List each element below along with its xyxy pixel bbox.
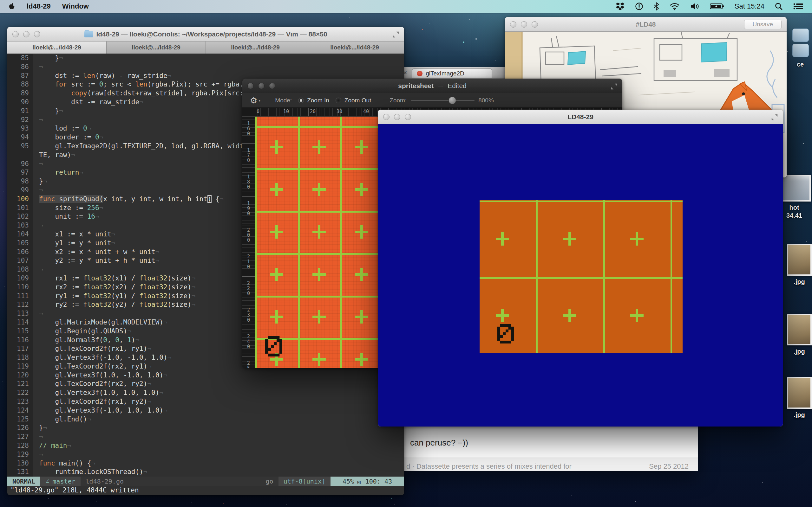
terminal-tab[interactable]: lloeki@.../ld48-29 xyxy=(7,42,107,54)
vim-line: 122 gl.Vertex3f(1.0, 1.0, 1.0)¬ xyxy=(7,389,404,397)
vim-line: 125 gl.End()¬ xyxy=(7,415,404,424)
minimize-button[interactable] xyxy=(23,31,30,38)
vim-mode: NORMAL xyxy=(7,476,40,486)
stack-icon xyxy=(791,28,809,58)
line-number-glyph: NL xyxy=(357,480,362,485)
zoom-out-radio[interactable]: Zoom Out xyxy=(336,97,371,104)
ruler-label: 20 xyxy=(310,109,316,114)
game-titlebar[interactable]: LD48-29 xyxy=(378,110,783,124)
close-button[interactable] xyxy=(247,83,254,89)
folder-icon xyxy=(84,31,93,38)
icon-label: .jpg xyxy=(794,411,805,419)
spritesheet-titlebar[interactable]: spritesheet — Edited xyxy=(242,78,622,93)
ruler-label: 10 xyxy=(283,109,289,114)
vim-filename: ld48-29.go xyxy=(81,476,129,486)
close-button[interactable] xyxy=(510,21,516,27)
bluetooth-icon[interactable] xyxy=(653,2,659,10)
ruler-label: 2 1 0 xyxy=(242,254,255,269)
vim-line: 131 runtime.LockOSThread()¬ xyxy=(7,468,404,476)
traffic-lights xyxy=(510,21,538,27)
terminal-titlebar[interactable]: ld48-29 — lloeki@Coriolis: ~/Workspace/p… xyxy=(7,27,404,42)
fullscreen-icon[interactable] xyxy=(771,113,778,121)
terminal-tab[interactable]: lloeki@.../ld48-29 xyxy=(107,42,206,54)
zoom-button[interactable] xyxy=(269,83,275,89)
browser-tab[interactable]: glTexImage2D xyxy=(412,68,492,78)
terminal-tab[interactable]: lloeki@.../ld48-29 xyxy=(206,42,305,54)
minimize-button[interactable] xyxy=(521,21,527,27)
zoom-slider[interactable] xyxy=(411,96,474,105)
zoom-button[interactable] xyxy=(405,114,411,120)
close-button[interactable] xyxy=(383,114,390,120)
ruler-label: 2 2 0 xyxy=(242,281,255,296)
notification-center-icon[interactable] xyxy=(793,2,804,10)
unsave-button[interactable]: Unsave xyxy=(744,20,781,29)
radio-icon xyxy=(336,98,341,103)
desktop-icon[interactable]: .jpg xyxy=(785,314,812,355)
vim-line: 120 gl.Vertex3f(1.0, -1.0, 1.0)¬ xyxy=(7,371,404,380)
terminal-title: ld48-29 — lloeki@Coriolis: ~/Workspace/p… xyxy=(96,31,327,38)
track-description: d · Datassette presents a series of mixe… xyxy=(406,462,571,471)
ruler-label: 2 3 0 xyxy=(242,307,255,323)
game-window: LD48-29 xyxy=(378,110,783,427)
vim-line: 127¬ xyxy=(7,433,404,441)
menu-status-area: Sat 15:24 xyxy=(615,2,804,10)
vim-line: 128// main¬ xyxy=(7,441,404,450)
spritesheet-title: spritesheet xyxy=(398,82,434,90)
edited-badge: Edited xyxy=(448,82,467,90)
wifi-icon[interactable] xyxy=(669,2,680,10)
minimize-button[interactable] xyxy=(258,83,264,89)
vim-line: 121 gl.TexCoord2f(rx2, ry2)¬ xyxy=(7,380,404,389)
vim-line: 86¬ xyxy=(7,63,404,72)
chevron-down-icon: ▾ xyxy=(258,98,260,103)
ruler-label: 1 8 0 xyxy=(242,174,255,189)
traffic-lights xyxy=(383,114,411,120)
terminal-tab[interactable]: lloeki@.../ld48-29 xyxy=(305,42,404,54)
dropbox-icon[interactable] xyxy=(615,2,625,10)
gear-icon[interactable]: ⚙ xyxy=(250,96,257,105)
battery-icon[interactable] xyxy=(710,2,724,10)
volume-icon[interactable] xyxy=(690,2,700,10)
desktop-icon[interactable]: ce xyxy=(789,28,812,68)
comment-text: can peruse? =)) xyxy=(410,438,468,448)
photo-thumbnail-icon xyxy=(787,244,812,276)
vim-line: 85 }¬ xyxy=(7,54,404,63)
ruler-label: 1 7 0 xyxy=(242,148,255,163)
vim-encoding: utf-8[unix] xyxy=(278,476,331,486)
ruler-label: 0 xyxy=(257,109,259,114)
track-footer: d · Datassette presents a series of mixe… xyxy=(397,458,698,471)
zoom-button[interactable] xyxy=(531,21,538,27)
desktop: ld48-29 Window xyxy=(0,0,812,507)
fullscreen-icon[interactable] xyxy=(392,31,400,38)
menu-app-name[interactable]: ld48-29 xyxy=(27,2,51,10)
menu-window[interactable]: Window xyxy=(62,2,89,10)
statusline-spacer xyxy=(129,476,260,486)
texture-quad xyxy=(479,200,682,353)
close-button[interactable] xyxy=(12,31,19,38)
icon-label: hot34.41 xyxy=(786,204,802,220)
slider-track xyxy=(411,100,474,101)
vim-git-branch: ∠master xyxy=(40,476,80,486)
zoom-in-radio[interactable]: Zoom In xyxy=(298,97,329,104)
time-machine-icon[interactable] xyxy=(635,2,643,10)
spritesheet-toolbar: ⚙▾ Mode: Zoom In Zoom Out Zoom: 800% xyxy=(242,93,622,108)
zoom-button[interactable] xyxy=(34,31,40,38)
ruler-label: 40 xyxy=(363,109,369,114)
slider-thumb[interactable] xyxy=(449,97,456,104)
desktop-icon[interactable]: .jpg xyxy=(785,377,812,419)
ruler-vertical: 1 6 01 7 01 8 01 9 02 0 02 1 02 2 02 3 0… xyxy=(242,117,255,368)
traffic-lights xyxy=(247,83,275,89)
apple-menu-icon[interactable] xyxy=(8,2,15,10)
photo-thumbnail-icon xyxy=(787,314,812,345)
mode-label: Mode: xyxy=(275,97,292,104)
desktop-icon[interactable]: .jpg xyxy=(785,244,812,286)
vim-statusline: NORMAL ∠master ld48-29.go go utf-8[unix]… xyxy=(7,476,404,486)
minimize-button[interactable] xyxy=(394,114,400,120)
spotlight-icon[interactable] xyxy=(774,2,783,10)
menu-clock[interactable]: Sat 15:24 xyxy=(734,2,764,10)
window-title: #LD48 xyxy=(636,20,656,28)
zoom-value: 800% xyxy=(478,97,494,104)
zoom-label: Zoom: xyxy=(390,97,407,104)
icon-label: .jpg xyxy=(794,278,805,286)
ld48-titlebar[interactable]: #LD48 Unsave xyxy=(505,17,786,32)
fullscreen-icon[interactable] xyxy=(610,83,618,90)
